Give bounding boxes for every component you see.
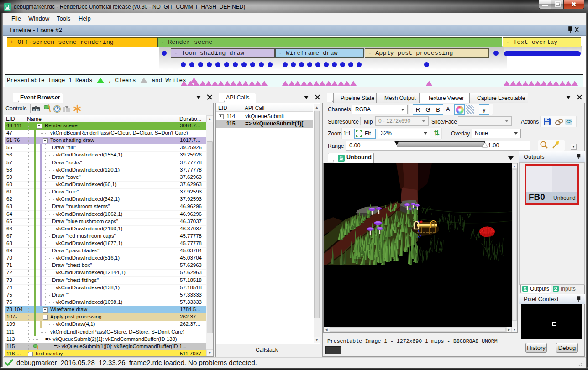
svg-text:<>: <> bbox=[566, 120, 572, 125]
